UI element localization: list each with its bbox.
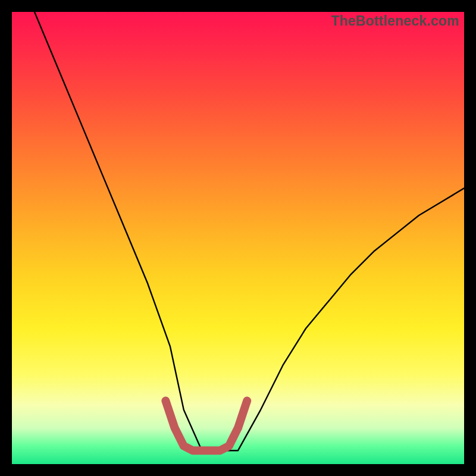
chart-frame: TheBottleneck.com <box>12 12 464 464</box>
valley-highlight-path <box>165 401 247 451</box>
chart-svg <box>12 12 464 464</box>
bottleneck-curve-path <box>35 12 464 450</box>
